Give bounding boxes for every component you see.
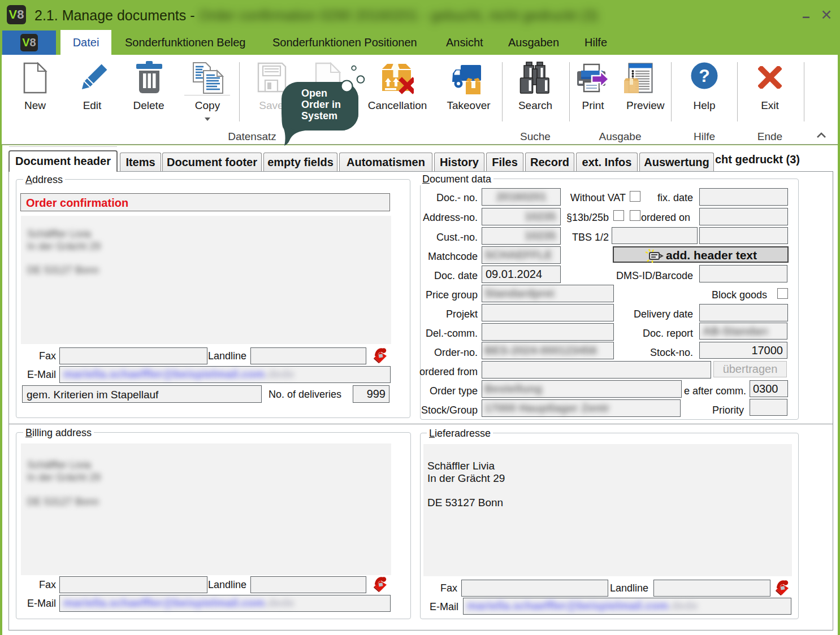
svg-text:?: ? [699,66,710,86]
